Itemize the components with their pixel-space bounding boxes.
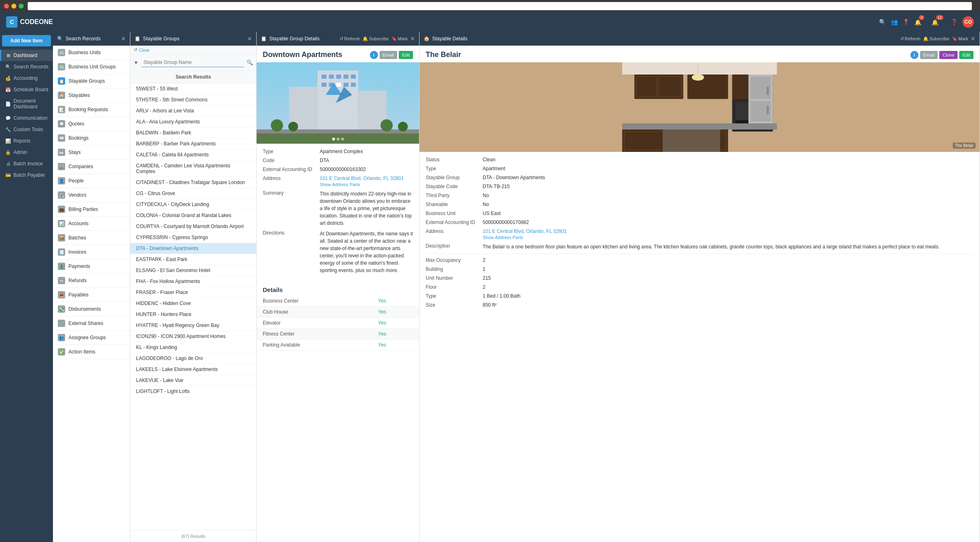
sidebar-item-reports[interactable]: 📊 Reports: [0, 135, 53, 147]
carousel-dot-1[interactable]: [332, 138, 335, 140]
group-item-hyattre[interactable]: HYATTRE - Hyatt Regency Green Bay: [130, 320, 256, 331]
browser-url-bar[interactable]: [28, 2, 972, 10]
sidebar-item-admin[interactable]: 🔒 Admin: [0, 147, 53, 158]
refresh-button-p3[interactable]: ↺ Refresh: [340, 36, 360, 42]
mark-button-p4[interactable]: 🔖 Mark: [952, 36, 968, 42]
refresh-button-p4[interactable]: ↺ Refresh: [900, 36, 921, 42]
list-item-invoices[interactable]: 🧾 Invoices: [53, 245, 130, 259]
sidebar-item-communication[interactable]: 💬 Communication: [0, 112, 53, 124]
group-item-dta[interactable]: DTA - Downtown Apartments: [130, 243, 256, 254]
list-item-companies[interactable]: 🏬 Companies: [53, 160, 130, 174]
email-button-p4[interactable]: Email: [920, 51, 938, 59]
list-item-external-shares[interactable]: 🔗 External Shares: [53, 316, 130, 331]
group-item-citydeckla[interactable]: CITYDECKLA - CityDeck Landing: [130, 199, 256, 210]
bell-nav-icon[interactable]: 🔔3: [914, 19, 927, 26]
sidebar-item-batch-invoice[interactable]: 🖨 Batch Invoice: [0, 158, 53, 169]
stayable-group-details-close-icon[interactable]: ✕: [410, 35, 415, 42]
group-item-5thstre[interactable]: 5THSTRE - 5th Street Commons: [130, 94, 256, 105]
list-item-batches[interactable]: 📦 Batches: [53, 231, 130, 245]
group-item-cg[interactable]: CG - Citrus Grove: [130, 188, 256, 199]
group-item-caleta6[interactable]: CALETA6 - Caleta 64 Apartments: [130, 149, 256, 160]
user-avatar[interactable]: CO: [962, 16, 974, 28]
group-item-lightloft[interactable]: LIGHTLOFT - Light Lofts: [130, 386, 256, 397]
sidebar-item-document-dashboard[interactable]: 📄 Document Dashboard: [0, 95, 53, 112]
list-item-quotes[interactable]: 💬 Quotes: [53, 117, 130, 131]
group-item-55west[interactable]: 55WEST - 55 West: [130, 83, 256, 94]
list-item-refunds[interactable]: ↩ Refunds: [53, 274, 130, 288]
info-button-p3[interactable]: i: [370, 51, 378, 59]
list-item-vendors[interactable]: 🏪 Vendors: [53, 188, 130, 202]
list-item-business-units[interactable]: 🏢 Business Units: [53, 46, 130, 60]
group-item-eastpark[interactable]: EASTPARK - East Park: [130, 254, 256, 265]
list-item-action-items[interactable]: ✅ Action Items: [53, 345, 130, 359]
belair-address-value[interactable]: 101 E Central Blvd, Orlando, FL 32801: [483, 228, 567, 234]
list-item-booking-requests[interactable]: 📝 Booking Requests: [53, 103, 130, 117]
address-field-value[interactable]: 101 E Central Blvd, Orlando, FL 32801: [320, 176, 404, 181]
belair-show-address-parts-link[interactable]: Show Address Parts: [483, 235, 567, 240]
subscribe-button-p3[interactable]: 🔔 Subscribe: [363, 36, 389, 42]
clone-button-p4[interactable]: Clone: [939, 51, 958, 59]
sidebar-item-batch-payable[interactable]: 💳 Batch Payable: [0, 169, 53, 181]
list-item-business-unit-groups[interactable]: 🏢 Business Unit Groups: [53, 60, 130, 74]
stayable-details-close-icon[interactable]: ✕: [971, 35, 976, 42]
group-item-ala[interactable]: ALA - Aria Luxury Apartments: [130, 116, 256, 127]
list-item-billing-parties[interactable]: 💼 Billing Parties: [53, 202, 130, 217]
group-item-lakevue[interactable]: LAKEVUE - Lake Vue: [130, 375, 256, 386]
group-item-elsang[interactable]: ELSANG - El San Geronimo Hotel: [130, 265, 256, 276]
edit-button-p3[interactable]: Edit: [399, 51, 413, 59]
sidebar-item-dashboard[interactable]: ⊞ Dashboard: [0, 50, 53, 61]
sidebar-item-schedule-board[interactable]: 📅 Schedule Board: [0, 84, 53, 95]
list-item-people[interactable]: 👤 People: [53, 174, 130, 188]
add-new-item-button[interactable]: Add New Item: [2, 35, 51, 46]
filter-arrow-icon[interactable]: ▼: [134, 60, 138, 66]
group-item-arlv[interactable]: ARLV - Arbors at Lee Vista: [130, 105, 256, 116]
sidebar-item-search-records[interactable]: 🔍 Search Records: [0, 61, 53, 72]
list-item-bookings[interactable]: 📖 Bookings: [53, 131, 130, 145]
carousel-dot-3[interactable]: [341, 138, 344, 140]
group-item-fha[interactable]: FHA - Fox Hollow Apartments: [130, 276, 256, 287]
stayable-group-search-input[interactable]: [141, 58, 244, 67]
group-item-baldwin[interactable]: BALDWIN - Baldwin Park: [130, 127, 256, 138]
group-item-lakeels[interactable]: LAKEELS - Lake Elsinore Apartments: [130, 364, 256, 375]
info-button-p4[interactable]: i: [910, 51, 918, 59]
subscribe-button-p4[interactable]: 🔔 Subscribe: [923, 36, 949, 42]
group-item-hiddenc[interactable]: HIDDENC - Hidden Cove: [130, 298, 256, 309]
sidebar-item-accounting[interactable]: 💰 Accounting: [0, 72, 53, 84]
group-item-citadinest[interactable]: CITADINEST - Citadines Trafalgar Square …: [130, 177, 256, 188]
group-item-kl[interactable]: KL - Kings Landing: [130, 342, 256, 353]
clear-button[interactable]: Clear: [139, 48, 149, 53]
group-item-colonia[interactable]: COLONIA - Colonial Grand at Randal Lakes: [130, 210, 256, 221]
help-nav-icon[interactable]: ❓: [951, 19, 958, 25]
group-item-fraser[interactable]: FRASER - Fraser Place: [130, 287, 256, 298]
maximize-window-dot[interactable]: [19, 4, 24, 9]
minimize-window-dot[interactable]: [11, 4, 16, 9]
show-address-parts-link[interactable]: Show Address Parts: [320, 182, 404, 187]
location-nav-icon[interactable]: 📍: [903, 19, 910, 25]
email-button-p3[interactable]: Email: [380, 51, 398, 59]
carousel-dot-2[interactable]: [336, 138, 339, 140]
list-item-payments[interactable]: 💲 Payments: [53, 259, 130, 274]
list-item-assignee-groups[interactable]: 👥 Assignee Groups: [53, 331, 130, 345]
group-item-lagodeoroo[interactable]: LAGODEOROO - Lago de Oro: [130, 353, 256, 364]
group-item-hunter[interactable]: HUNTER - Hunters Place: [130, 309, 256, 320]
edit-button-p4[interactable]: Edit: [959, 51, 973, 59]
stayable-groups-close-icon[interactable]: ✕: [247, 35, 252, 42]
group-item-barberp[interactable]: BARBERP - Barber Park Apartments: [130, 138, 256, 149]
users-nav-icon[interactable]: 👥: [891, 19, 898, 25]
list-item-stayable-groups[interactable]: 📋 Stayable Groups: [53, 74, 130, 88]
mark-button-p3[interactable]: 🔖 Mark: [391, 36, 408, 42]
sidebar-item-custom-tools[interactable]: 🔧 Custom Tools: [0, 124, 53, 135]
group-item-courtya[interactable]: COURTYA - Courtyard by Marriott Orlando …: [130, 221, 256, 232]
list-item-payables[interactable]: 📤 Payables: [53, 288, 130, 302]
search-records-close-icon[interactable]: ✕: [121, 35, 126, 42]
search-nav-icon[interactable]: 🔍: [879, 19, 886, 25]
group-item-cypressrin[interactable]: CYPRESSRIN - Cypress Springs: [130, 232, 256, 243]
list-item-accounts[interactable]: 📊 Accounts: [53, 217, 130, 231]
stayable-group-search-icon[interactable]: 🔍: [246, 59, 253, 66]
list-item-disbursements[interactable]: 💸 Disbursements: [53, 302, 130, 316]
list-item-stayables[interactable]: 🏠 Stayables: [53, 88, 130, 103]
list-item-stays[interactable]: 🛏 Stays: [53, 145, 130, 160]
group-item-icon290[interactable]: ICON290 - ICON 2900 Apartment Homes: [130, 331, 256, 342]
group-item-camdenl[interactable]: CAMDENL - Camden Lee Vista Apartments Co…: [130, 160, 256, 177]
close-window-dot[interactable]: [4, 4, 9, 9]
